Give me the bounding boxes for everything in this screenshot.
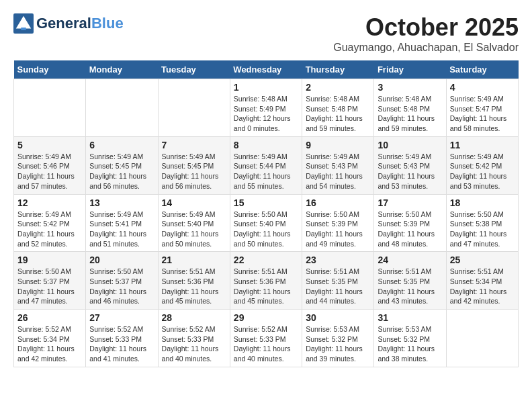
calendar-cell: 19Sunrise: 5:50 AM Sunset: 5:37 PM Dayli… bbox=[14, 252, 86, 310]
month-title: October 2025 bbox=[333, 13, 519, 42]
day-info: Sunrise: 5:51 AM Sunset: 5:35 PM Dayligh… bbox=[306, 267, 370, 306]
calendar-cell bbox=[158, 79, 230, 137]
day-number: 19 bbox=[17, 255, 82, 265]
day-info: Sunrise: 5:50 AM Sunset: 5:38 PM Dayligh… bbox=[450, 210, 515, 249]
day-number: 8 bbox=[234, 140, 298, 150]
day-number: 3 bbox=[378, 82, 442, 93]
calendar-body: 1Sunrise: 5:48 AM Sunset: 5:49 PM Daylig… bbox=[14, 79, 519, 367]
calendar-cell: 5Sunrise: 5:49 AM Sunset: 5:46 PM Daylig… bbox=[14, 136, 86, 194]
day-number: 10 bbox=[378, 140, 442, 150]
calendar-cell: 3Sunrise: 5:48 AM Sunset: 5:48 PM Daylig… bbox=[374, 79, 446, 137]
weekday-header-sunday: Sunday bbox=[14, 60, 86, 79]
calendar-cell: 23Sunrise: 5:51 AM Sunset: 5:35 PM Dayli… bbox=[302, 252, 374, 310]
calendar-cell: 18Sunrise: 5:50 AM Sunset: 5:38 PM Dayli… bbox=[446, 194, 518, 252]
calendar-cell: 14Sunrise: 5:49 AM Sunset: 5:40 PM Dayli… bbox=[158, 194, 230, 252]
calendar-cell: 13Sunrise: 5:49 AM Sunset: 5:41 PM Dayli… bbox=[86, 194, 158, 252]
calendar-cell: 21Sunrise: 5:51 AM Sunset: 5:36 PM Dayli… bbox=[158, 252, 230, 310]
day-number: 16 bbox=[306, 197, 370, 208]
day-number: 22 bbox=[234, 255, 298, 265]
day-info: Sunrise: 5:53 AM Sunset: 5:32 PM Dayligh… bbox=[306, 324, 370, 364]
day-number: 2 bbox=[306, 82, 370, 93]
day-info: Sunrise: 5:49 AM Sunset: 5:42 PM Dayligh… bbox=[450, 152, 515, 191]
calendar-week-2: 5Sunrise: 5:49 AM Sunset: 5:46 PM Daylig… bbox=[14, 136, 519, 194]
weekday-header-monday: Monday bbox=[86, 60, 158, 79]
calendar-cell bbox=[86, 79, 158, 137]
calendar-week-3: 12Sunrise: 5:49 AM Sunset: 5:42 PM Dayli… bbox=[14, 194, 519, 252]
logo-text: GeneralBlue bbox=[36, 15, 124, 32]
calendar-cell: 8Sunrise: 5:49 AM Sunset: 5:44 PM Daylig… bbox=[230, 136, 302, 194]
calendar-week-5: 26Sunrise: 5:52 AM Sunset: 5:34 PM Dayli… bbox=[14, 310, 519, 367]
day-info: Sunrise: 5:51 AM Sunset: 5:34 PM Dayligh… bbox=[450, 267, 515, 306]
location-subtitle: Guaymango, Ahuachapan, El Salvador bbox=[333, 42, 519, 54]
day-info: Sunrise: 5:49 AM Sunset: 5:46 PM Dayligh… bbox=[17, 152, 82, 191]
day-info: Sunrise: 5:51 AM Sunset: 5:36 PM Dayligh… bbox=[162, 267, 226, 306]
day-info: Sunrise: 5:50 AM Sunset: 5:40 PM Dayligh… bbox=[234, 210, 298, 249]
calendar-cell: 30Sunrise: 5:53 AM Sunset: 5:32 PM Dayli… bbox=[302, 310, 374, 367]
day-info: Sunrise: 5:48 AM Sunset: 5:48 PM Dayligh… bbox=[306, 94, 370, 134]
calendar-cell: 31Sunrise: 5:53 AM Sunset: 5:32 PM Dayli… bbox=[374, 310, 446, 367]
day-number: 24 bbox=[378, 255, 442, 265]
day-info: Sunrise: 5:52 AM Sunset: 5:33 PM Dayligh… bbox=[89, 324, 154, 364]
calendar-cell: 6Sunrise: 5:49 AM Sunset: 5:45 PM Daylig… bbox=[86, 136, 158, 194]
calendar-cell bbox=[446, 310, 518, 367]
day-info: Sunrise: 5:49 AM Sunset: 5:41 PM Dayligh… bbox=[89, 210, 154, 249]
day-info: Sunrise: 5:50 AM Sunset: 5:37 PM Dayligh… bbox=[17, 267, 82, 306]
day-number: 13 bbox=[89, 197, 154, 208]
calendar-week-4: 19Sunrise: 5:50 AM Sunset: 5:37 PM Dayli… bbox=[14, 252, 519, 310]
weekday-row: SundayMondayTuesdayWednesdayThursdayFrid… bbox=[14, 60, 519, 79]
day-info: Sunrise: 5:50 AM Sunset: 5:37 PM Dayligh… bbox=[89, 267, 154, 306]
day-number: 14 bbox=[162, 197, 226, 208]
calendar-cell: 17Sunrise: 5:50 AM Sunset: 5:39 PM Dayli… bbox=[374, 194, 446, 252]
day-number: 31 bbox=[378, 312, 442, 323]
day-number: 18 bbox=[450, 197, 515, 208]
day-number: 25 bbox=[450, 255, 515, 265]
day-number: 26 bbox=[17, 312, 82, 323]
weekday-header-tuesday: Tuesday bbox=[158, 60, 230, 79]
day-info: Sunrise: 5:53 AM Sunset: 5:32 PM Dayligh… bbox=[378, 324, 442, 364]
calendar-cell: 4Sunrise: 5:49 AM Sunset: 5:47 PM Daylig… bbox=[446, 79, 518, 137]
day-info: Sunrise: 5:52 AM Sunset: 5:33 PM Dayligh… bbox=[162, 324, 226, 364]
day-info: Sunrise: 5:51 AM Sunset: 5:36 PM Dayligh… bbox=[234, 267, 298, 306]
calendar-cell: 16Sunrise: 5:50 AM Sunset: 5:39 PM Dayli… bbox=[302, 194, 374, 252]
day-number: 20 bbox=[89, 255, 154, 265]
day-info: Sunrise: 5:48 AM Sunset: 5:49 PM Dayligh… bbox=[234, 94, 298, 134]
calendar-cell: 24Sunrise: 5:51 AM Sunset: 5:35 PM Dayli… bbox=[374, 252, 446, 310]
day-number: 29 bbox=[234, 312, 298, 323]
weekday-header-thursday: Thursday bbox=[302, 60, 374, 79]
svg-rect-2 bbox=[21, 28, 26, 30]
day-info: Sunrise: 5:50 AM Sunset: 5:39 PM Dayligh… bbox=[378, 210, 442, 249]
day-number: 30 bbox=[306, 312, 370, 323]
day-number: 12 bbox=[17, 197, 82, 208]
calendar-cell: 29Sunrise: 5:52 AM Sunset: 5:33 PM Dayli… bbox=[230, 310, 302, 367]
calendar-cell: 10Sunrise: 5:49 AM Sunset: 5:43 PM Dayli… bbox=[374, 136, 446, 194]
day-info: Sunrise: 5:51 AM Sunset: 5:35 PM Dayligh… bbox=[378, 267, 442, 306]
day-info: Sunrise: 5:49 AM Sunset: 5:43 PM Dayligh… bbox=[306, 152, 370, 191]
day-number: 5 bbox=[17, 140, 82, 150]
day-number: 6 bbox=[89, 140, 154, 150]
day-number: 21 bbox=[162, 255, 226, 265]
day-number: 17 bbox=[378, 197, 442, 208]
day-info: Sunrise: 5:49 AM Sunset: 5:40 PM Dayligh… bbox=[162, 210, 226, 249]
logo: GeneralBlue bbox=[13, 13, 124, 34]
day-info: Sunrise: 5:49 AM Sunset: 5:43 PM Dayligh… bbox=[378, 152, 442, 191]
day-number: 27 bbox=[89, 312, 154, 323]
title-block: October 2025 Guaymango, Ahuachapan, El S… bbox=[333, 13, 519, 54]
calendar-cell: 11Sunrise: 5:49 AM Sunset: 5:42 PM Dayli… bbox=[446, 136, 518, 194]
day-number: 23 bbox=[306, 255, 370, 265]
calendar-cell: 2Sunrise: 5:48 AM Sunset: 5:48 PM Daylig… bbox=[302, 79, 374, 137]
day-info: Sunrise: 5:48 AM Sunset: 5:48 PM Dayligh… bbox=[378, 94, 442, 134]
day-info: Sunrise: 5:50 AM Sunset: 5:39 PM Dayligh… bbox=[306, 210, 370, 249]
page-header: GeneralBlue October 2025 Guaymango, Ahua… bbox=[13, 13, 519, 54]
day-info: Sunrise: 5:49 AM Sunset: 5:47 PM Dayligh… bbox=[450, 94, 515, 134]
calendar-cell: 26Sunrise: 5:52 AM Sunset: 5:34 PM Dayli… bbox=[14, 310, 86, 367]
weekday-header-wednesday: Wednesday bbox=[230, 60, 302, 79]
day-number: 28 bbox=[162, 312, 226, 323]
calendar-cell: 9Sunrise: 5:49 AM Sunset: 5:43 PM Daylig… bbox=[302, 136, 374, 194]
day-number: 11 bbox=[450, 140, 515, 150]
weekday-header-saturday: Saturday bbox=[446, 60, 518, 79]
day-number: 4 bbox=[450, 82, 515, 93]
weekday-header-friday: Friday bbox=[374, 60, 446, 79]
calendar-cell: 1Sunrise: 5:48 AM Sunset: 5:49 PM Daylig… bbox=[230, 79, 302, 137]
calendar-cell bbox=[14, 79, 86, 137]
day-info: Sunrise: 5:49 AM Sunset: 5:45 PM Dayligh… bbox=[89, 152, 154, 191]
